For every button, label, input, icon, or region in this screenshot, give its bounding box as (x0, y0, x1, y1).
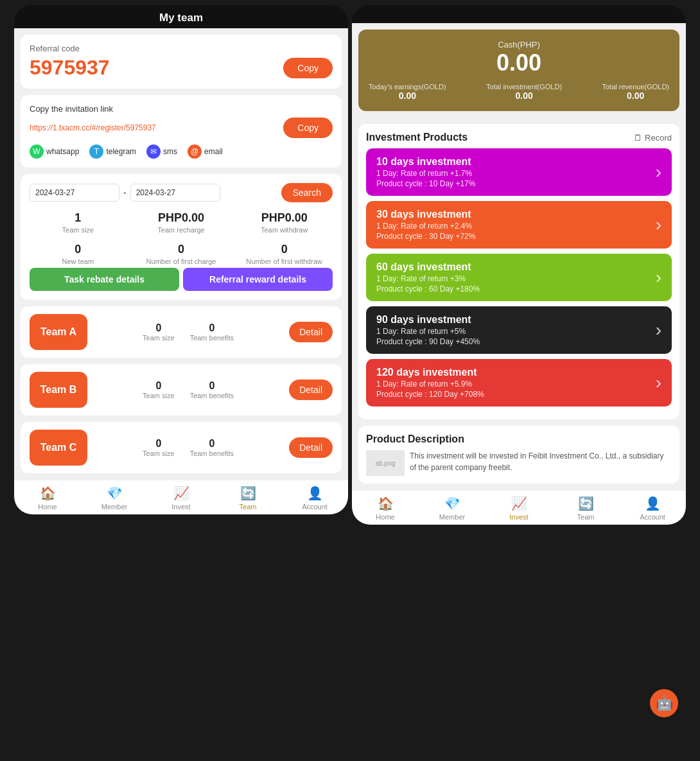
team-b-size: 0 Team size (143, 380, 175, 399)
cash-invest-label: Total investment(GOLD) (486, 83, 562, 91)
stat-first-withdraw-value: 0 (236, 243, 333, 256)
date-to-input[interactable] (130, 184, 220, 202)
team-b-benefits: 0 Team benefits (190, 380, 234, 399)
record-button[interactable]: 🗒 Record (634, 133, 672, 143)
product-60-days[interactable]: 60 days investment 1 Day: Rate of return… (366, 254, 672, 301)
referral-copy-button[interactable]: Copy (283, 58, 333, 78)
email-label: email (204, 147, 223, 156)
right-nav-account[interactable]: 👤 Account (619, 491, 686, 525)
chatbot-button[interactable]: 🤖 (650, 689, 678, 717)
nav-home[interactable]: 🏠 Home (14, 480, 81, 514)
cash-sub-row: Today's earnings(GOLD) 0.00 Total invest… (369, 83, 669, 101)
stat-first-withdraw-label: Number of first withdraw (236, 258, 333, 265)
tab-referral-reward[interactable]: Referral reward details (183, 268, 333, 291)
cash-earnings: Today's earnings(GOLD) 0.00 (369, 83, 446, 101)
team-b-size-value: 0 (143, 380, 175, 392)
team-c-card: Team C 0 Team size 0 Team benefits Detai… (21, 422, 342, 473)
product-10-days[interactable]: 10 days investment 1 Day: Rate of return… (366, 148, 672, 196)
team-a-size-value: 0 (143, 322, 175, 334)
product-120-days[interactable]: 120 days investment 1 Day: Rate of retur… (366, 359, 672, 407)
product-120-sub2: Product cycle : 120 Day +708% (376, 390, 656, 399)
product-10-sub2: Product cycle : 10 Day +17% (376, 179, 656, 188)
cash-revenue: Total revenue(GOLD) 0.00 (602, 83, 669, 101)
stats-row2: 0 New team 0 Number of first charge 0 Nu… (30, 243, 333, 265)
nav-invest[interactable]: 📈 Invest (148, 480, 214, 514)
social-email[interactable]: @ email (188, 144, 223, 159)
right-nav-home[interactable]: 🏠 Home (352, 491, 419, 525)
right-nav-member-label: Member (439, 513, 465, 521)
search-button[interactable]: Search (281, 183, 333, 202)
team-c-stats: 0 Team size 0 Team benefits (95, 438, 281, 457)
right-phone-header (352, 5, 686, 23)
chatbot-icon-glyph: 🤖 (656, 695, 673, 712)
invite-link[interactable]: https://1.txacm.cc/#/register/5975937 (30, 123, 156, 132)
social-telegram[interactable]: T telegram (89, 144, 136, 159)
cash-revenue-value: 0.00 (602, 91, 669, 101)
right-nav-member[interactable]: 💎 Member (419, 491, 486, 525)
filter-card: - Search 1 Team size PHP0.00 Team rechar… (21, 174, 342, 300)
cash-earnings-label: Today's earnings(GOLD) (369, 83, 446, 91)
nav-member[interactable]: 💎 Member (81, 480, 148, 514)
record-icon: 🗒 (634, 133, 642, 143)
right-nav-invest[interactable]: 📈 Invest (486, 491, 552, 525)
team-b-card: Team B 0 Team size 0 Team benefits Detai… (21, 364, 342, 415)
product-120-arrow: › (656, 372, 661, 393)
product-image: ab.png (366, 450, 405, 476)
product-30-arrow: › (656, 214, 661, 235)
nav-home-label: Home (38, 503, 57, 511)
products-header: Investment Products 🗒 Record (366, 132, 672, 143)
stat-first-withdraw: 0 Number of first withdraw (236, 243, 333, 265)
right-nav-team-label: Team (577, 513, 595, 521)
cash-amount: 0.00 (369, 49, 669, 76)
team-a-benefits-value: 0 (190, 322, 234, 334)
product-60-sub2: Product cycle : 60 Day +180% (376, 284, 656, 293)
nav-account[interactable]: 👤 Account (281, 480, 348, 514)
invite-card: Copy the invitation link https://1.txacm… (21, 95, 342, 168)
product-120-info: 120 days investment 1 Day: Rate of retur… (376, 367, 656, 399)
right-nav-team[interactable]: 🔄 Team (552, 491, 619, 525)
stat-team-withdraw: PHP0.00 Team withdraw (236, 211, 333, 234)
right-nav-home-label: Home (376, 513, 394, 521)
product-10-info: 10 days investment 1 Day: Rate of return… (376, 156, 656, 188)
social-whatsapp[interactable]: W whatsapp (30, 144, 79, 159)
team-c-benefits: 0 Team benefits (190, 438, 234, 457)
cash-invest-value: 0.00 (486, 91, 562, 101)
team-a-size: 0 Team size (143, 322, 175, 342)
product-90-days[interactable]: 90 days investment 1 Day: Rate of return… (366, 306, 672, 354)
stats-row1: 1 Team size PHP0.00 Team recharge PHP0.0… (30, 211, 333, 234)
sms-label: sms (163, 147, 177, 156)
product-30-days[interactable]: 30 days investment 1 Day: Rate of return… (366, 201, 672, 249)
team-b-stats: 0 Team size 0 Team benefits (95, 380, 281, 399)
team-b-detail-button[interactable]: Detail (289, 380, 333, 400)
product-90-info: 90 days investment 1 Day: Rate of return… (376, 314, 656, 346)
stat-new-team-label: New team (30, 258, 127, 265)
invite-label: Copy the invitation link (30, 104, 333, 114)
member-icon: 💎 (107, 485, 123, 501)
team-c-detail-button[interactable]: Detail (289, 437, 333, 458)
stat-team-size: 1 Team size (30, 211, 127, 234)
social-sms[interactable]: ✉ sms (146, 144, 177, 159)
product-desc-content: ab.png This investment will be invested … (366, 450, 672, 473)
telegram-label: telegram (106, 147, 136, 156)
product-30-info: 30 days investment 1 Day: Rate of return… (376, 209, 656, 241)
product-90-sub1: 1 Day: Rate of return +5% (376, 327, 656, 336)
stat-team-size-value: 1 (30, 211, 127, 225)
right-bottom-nav: 🏠 Home 💎 Member 📈 Invest 🔄 Team 👤 Accoun… (352, 490, 686, 525)
team-c-badge: Team C (30, 430, 87, 466)
product-desc-title: Product Description (366, 433, 672, 445)
team-a-detail-button[interactable]: Detail (289, 322, 333, 342)
date-from-input[interactable] (30, 184, 119, 202)
invite-copy-button[interactable]: Copy (283, 118, 333, 138)
product-description-card: Product Description ab.png This investme… (358, 426, 679, 484)
sms-icon: ✉ (146, 144, 161, 159)
right-account-icon: 👤 (645, 496, 661, 511)
nav-team[interactable]: 🔄 Team (214, 480, 281, 514)
product-30-sub2: Product cycle : 30 Day +72% (376, 232, 656, 241)
product-30-title: 30 days investment (376, 209, 656, 220)
team-a-badge: Team A (30, 314, 87, 350)
stat-new-team-value: 0 (30, 243, 127, 256)
product-120-sub1: 1 Day: Rate of return +5.9% (376, 380, 656, 389)
whatsapp-icon: W (30, 144, 44, 159)
nav-invest-label: Invest (171, 503, 190, 511)
tab-task-rebate[interactable]: Task rebate details (30, 268, 179, 291)
